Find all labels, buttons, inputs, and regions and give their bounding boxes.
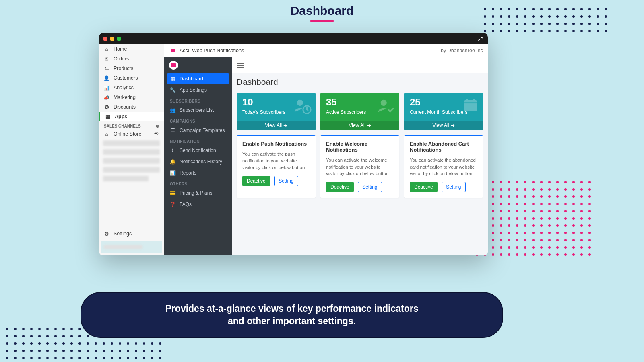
caption-line: Provides at-a-glance views of key perfor… <box>97 302 486 315</box>
user-icon: 👤 <box>104 75 109 81</box>
sidebar-label: Orders <box>114 56 129 62</box>
discount-icon: ✪ <box>104 104 109 110</box>
nav-app-settings[interactable]: 🔧App Settings <box>164 84 232 96</box>
question-icon: ❓ <box>170 202 175 207</box>
deactive-button[interactable]: Deactive <box>242 176 270 186</box>
card-title: Enable Push Notifications <box>242 141 310 147</box>
caption-bar: Provides at-a-glance views of key perfor… <box>80 292 503 338</box>
window-controls[interactable] <box>103 37 121 41</box>
stat-month-subscribers: 25 Current Month Subscribers View All ➜ <box>404 93 483 130</box>
sidebar-label: Analytics <box>114 85 134 90</box>
bars-icon: 📊 <box>170 170 175 176</box>
orders-icon: ⎘ <box>104 56 109 62</box>
nav-subscribers-list[interactable]: 👥Subscribers List <box>164 105 232 116</box>
arrow-right-icon: ➜ <box>367 123 371 128</box>
caption-line: and other important settings. <box>97 315 486 327</box>
sidebar-label: Apps <box>115 114 127 119</box>
nav-label: Campaign Templates <box>180 128 225 133</box>
nav-reports[interactable]: 📊Reports <box>164 167 232 179</box>
sidebar-label: Discounts <box>114 104 136 110</box>
sidebar-item-settings[interactable]: ⚙Settings <box>99 229 164 239</box>
nav-label: Send Notification <box>180 148 216 153</box>
app-topbar <box>232 57 488 73</box>
svg-rect-3 <box>464 100 477 111</box>
deactive-button[interactable]: Deactive <box>326 182 354 192</box>
sidebar-item-orders[interactable]: ⎘Orders <box>99 54 164 64</box>
nav-label: Pricing & Plans <box>180 190 212 196</box>
nav-label: Notifications History <box>180 159 222 165</box>
shopify-sidebar: ⌂Home ⎘Orders 🏷Products 👤Customers 📊Anal… <box>99 44 164 255</box>
menu-icon[interactable] <box>237 65 244 66</box>
sidebar-label: Online Store <box>114 131 141 137</box>
calendar-icon <box>462 97 479 113</box>
sidebar-item-products[interactable]: 🏷Products <box>99 64 164 73</box>
nav-faqs[interactable]: ❓FAQs <box>164 199 232 210</box>
nav-label: FAQs <box>180 202 192 207</box>
add-channel-icon[interactable]: ⊕ <box>156 124 159 128</box>
expand-icon[interactable] <box>477 36 483 42</box>
view-all-link[interactable]: View All ➜ <box>320 121 399 130</box>
nav-section-subscribers: SUBSCRIBERS <box>164 96 232 105</box>
view-all-link[interactable]: View All ➜ <box>237 121 316 130</box>
setting-button[interactable]: Setting <box>274 176 298 186</box>
nav-label: Subscribers List <box>180 107 214 113</box>
blurred-item <box>103 167 160 173</box>
nav-notifications-history[interactable]: 🔔Notifications History <box>164 156 232 167</box>
blurred-item <box>103 158 160 164</box>
nav-label: Reports <box>180 170 196 176</box>
store-icon: ⌂ <box>104 131 109 137</box>
dashboard-heading: Dashboard <box>237 77 483 87</box>
card-body: You can activate the push notification t… <box>242 151 310 171</box>
sidebar-item-apps[interactable]: ▦Apps <box>99 112 164 121</box>
setting-button[interactable]: Setting <box>358 182 382 192</box>
sidebar-item-home[interactable]: ⌂Home <box>99 44 164 54</box>
nav-campaign-templates[interactable]: ☰Campaign Templates <box>164 125 232 136</box>
close-icon[interactable] <box>103 37 107 41</box>
zoom-icon[interactable] <box>117 37 121 41</box>
sidebar-item-discounts[interactable]: ✪Discounts <box>99 102 164 112</box>
card-title: Enable Welcome Notifications <box>326 141 394 153</box>
stat-active-subscribers: 35 Active Subscribers View All ➜ <box>320 93 399 130</box>
minimize-icon[interactable] <box>110 37 114 41</box>
apps-icon: ▦ <box>105 114 111 119</box>
sidebar-item-marketing[interactable]: 📣Marketing <box>99 93 164 102</box>
card-body: You can activate the abandoned card noti… <box>410 157 477 177</box>
nav-send-notification[interactable]: ✈Send Notification <box>164 145 232 156</box>
sidebar-item-customers[interactable]: 👤Customers <box>99 73 164 83</box>
user-check-icon <box>377 97 395 115</box>
sales-channels-header: SALES CHANNELS ⊕ <box>99 121 164 129</box>
users-icon: 👥 <box>170 107 175 113</box>
card-title: Enable Abandoned Cart Notifications <box>410 141 477 153</box>
deactive-button[interactable]: Deactive <box>410 182 438 192</box>
app-window: ⌂Home ⎘Orders 🏷Products 👤Customers 📊Anal… <box>99 33 488 255</box>
card-icon: 💳 <box>170 190 175 196</box>
setting-button[interactable]: Setting <box>442 182 465 192</box>
app-main: Dashboard 10 Today's Subscribers View Al… <box>232 57 488 255</box>
page-title: Dashboard <box>0 0 644 18</box>
app-byline: by Dhanashree Inc <box>441 48 483 53</box>
card-welcome-notifications: Enable Welcome Notifications You can act… <box>320 135 399 198</box>
sidebar-item-online-store[interactable]: ⌂Online Store👁 <box>99 129 164 139</box>
user-clock-icon <box>293 97 312 115</box>
arrow-right-icon: ➜ <box>451 123 455 128</box>
eye-icon[interactable]: 👁 <box>154 131 159 137</box>
card-row: Enable Push Notifications You can activa… <box>237 135 483 198</box>
app-nav: ▦Dashboard 🔧App Settings SUBSCRIBERS 👥Su… <box>164 57 232 255</box>
sidebar-label: Products <box>114 66 133 71</box>
nav-dashboard[interactable]: ▦Dashboard <box>167 73 229 84</box>
sidebar-label: Settings <box>114 231 132 237</box>
nav-section-notification: NOTIFICATION <box>164 136 232 145</box>
nav-section-others: OTHERS <box>164 179 232 187</box>
sidebar-item-analytics[interactable]: 📊Analytics <box>99 83 164 93</box>
blurred-item <box>103 149 160 155</box>
home-icon: ⌂ <box>104 46 109 52</box>
nav-pricing[interactable]: 💳Pricing & Plans <box>164 187 232 199</box>
wrench-icon: 🔧 <box>170 87 175 93</box>
blurred-item <box>104 245 142 249</box>
titlebar <box>99 33 488 44</box>
sidebar-highlight <box>101 241 162 253</box>
app-header: Accu Web Push Notifications by Dhanashre… <box>164 44 488 57</box>
view-all-link[interactable]: View All ➜ <box>404 121 483 130</box>
nav-section-campaigns: CAMPAIGNS <box>164 116 232 125</box>
app-title: Accu Web Push Notifications <box>180 48 244 53</box>
